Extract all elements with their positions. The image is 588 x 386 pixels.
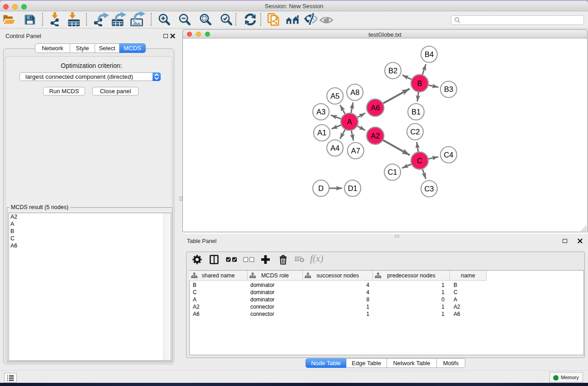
svg-text:A3: A3	[316, 108, 325, 116]
svg-text:A4: A4	[330, 144, 339, 152]
svg-text:A5: A5	[330, 92, 339, 100]
svg-text:D1: D1	[348, 184, 357, 192]
svg-text:B4: B4	[425, 50, 434, 58]
svg-text:C1: C1	[387, 168, 397, 176]
svg-text:A2: A2	[371, 132, 380, 140]
svg-text:A: A	[347, 118, 352, 126]
svg-text:A1: A1	[317, 129, 326, 137]
svg-text:B: B	[417, 79, 422, 87]
svg-text:A8: A8	[350, 88, 359, 96]
svg-text:B1: B1	[411, 108, 421, 116]
svg-text:B3: B3	[444, 85, 453, 93]
svg-text:C4: C4	[444, 151, 453, 159]
svg-text:C3: C3	[424, 185, 434, 193]
svg-text:A6: A6	[371, 104, 380, 112]
svg-text:D: D	[318, 184, 324, 192]
svg-text:A7: A7	[351, 147, 360, 155]
svg-text:C2: C2	[410, 128, 420, 136]
svg-text:B2: B2	[388, 67, 397, 75]
svg-text:C: C	[417, 157, 422, 165]
